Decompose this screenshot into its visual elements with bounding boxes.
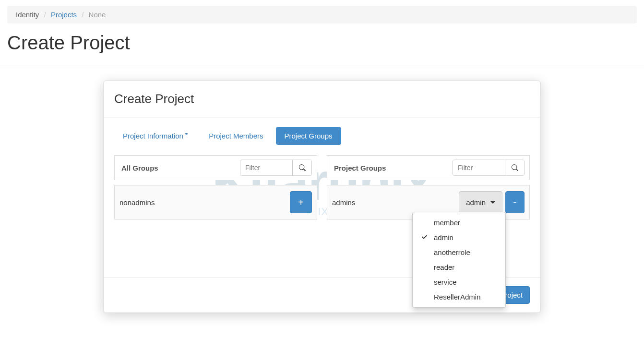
page-title: Create Project (0, 23, 644, 66)
caret-down-icon (490, 201, 495, 204)
remove-group-button[interactable]: - (505, 191, 525, 213)
groups-panels: All Groups nonadmins + (114, 155, 530, 219)
project-groups-header: Project Groups (327, 155, 530, 180)
all-groups-list: nonadmins + (114, 185, 317, 219)
required-asterisk-icon: * (185, 131, 188, 139)
breadcrumb-sep: / (82, 11, 83, 19)
group-name: nonadmins (119, 198, 155, 207)
modal-title: Create Project (114, 92, 530, 106)
tab-project-information[interactable]: Project Information * (114, 127, 196, 145)
breadcrumb: Identity / Projects / None (7, 6, 637, 23)
tab-label: Project Information (123, 132, 183, 140)
role-dropdown-label: admin (466, 198, 486, 207)
project-groups-heading: Project Groups (332, 164, 386, 172)
modal-header: Create Project (104, 81, 540, 117)
modal-body: Kifarunix *NIX TIPS & TUTORIALS Project … (104, 117, 540, 277)
role-option-member[interactable]: member (413, 215, 505, 230)
tabs: Project Information * Project Members Pr… (114, 127, 530, 145)
search-icon (512, 164, 518, 171)
add-group-button[interactable]: + (290, 191, 312, 213)
breadcrumb-current: None (89, 11, 106, 19)
all-groups-panel: All Groups nonadmins + (114, 155, 317, 219)
role-option-reselleradmin[interactable]: ResellerAdmin (413, 289, 505, 304)
check-icon (421, 234, 428, 241)
project-groups-search-button[interactable] (505, 160, 524, 175)
breadcrumb-sep: / (44, 11, 46, 19)
search-icon (299, 164, 306, 171)
project-groups-filter (453, 160, 525, 176)
group-name: admins (332, 198, 355, 207)
role-dropdown-menu: member admin anotherrole reader service … (412, 212, 506, 308)
create-project-modal: Create Project Kifarunix *NIX TIPS & TUT… (103, 81, 541, 313)
all-groups-filter (240, 160, 312, 176)
project-groups-filter-input[interactable] (453, 160, 505, 175)
tab-project-groups[interactable]: Project Groups (276, 127, 341, 145)
all-groups-search-button[interactable] (292, 160, 311, 175)
all-groups-filter-input[interactable] (240, 160, 292, 175)
role-option-label: admin (434, 233, 453, 242)
tab-project-members[interactable]: Project Members (200, 127, 272, 145)
role-option-reader[interactable]: reader (413, 260, 505, 275)
list-item: nonadmins + (115, 185, 317, 219)
breadcrumb-projects-link[interactable]: Projects (51, 11, 77, 19)
role-option-service[interactable]: service (413, 275, 505, 289)
all-groups-heading: All Groups (119, 164, 158, 172)
role-option-admin[interactable]: admin (413, 230, 505, 245)
all-groups-header: All Groups (114, 155, 317, 180)
breadcrumb-root: Identity (16, 11, 39, 19)
role-dropdown-toggle[interactable]: admin (459, 191, 502, 213)
role-option-anotherrole[interactable]: anotherrole (413, 245, 505, 260)
project-groups-panel: Project Groups admins admin (327, 155, 530, 219)
